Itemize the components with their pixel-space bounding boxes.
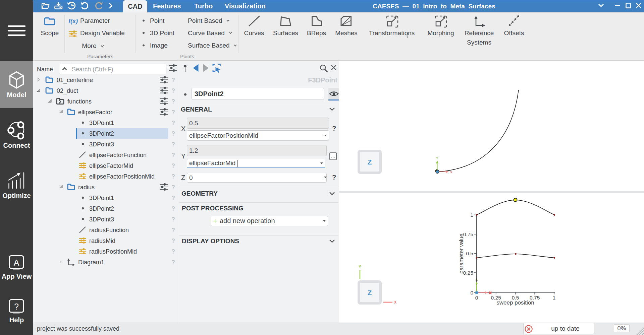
svg-text:Curves: Curves (244, 29, 264, 37)
svg-text:?: ? (171, 238, 175, 244)
svg-text:Parameters: Parameters (87, 54, 113, 59)
svg-text:0.75: 0.75 (463, 231, 473, 237)
svg-text:Y: Y (436, 156, 438, 160)
svg-text:Offsets: Offsets (504, 29, 524, 37)
svg-text:Image: Image (150, 42, 168, 49)
svg-text:Curve Based: Curve Based (188, 29, 225, 37)
svg-text:radiusFunction: radiusFunction (89, 227, 129, 233)
svg-text:radius: radius (78, 184, 95, 191)
svg-text:Point: Point (150, 17, 165, 24)
svg-text:f(x): f(x) (68, 18, 78, 24)
svg-text:More: More (82, 42, 96, 49)
svg-text:Parameter: Parameter (80, 17, 110, 24)
svg-text:3DPoint2: 3DPoint2 (89, 130, 114, 137)
svg-text:Model: Model (7, 91, 26, 98)
svg-text:?: ? (171, 152, 175, 158)
svg-text:radiusPositionMid: radiusPositionMid (89, 248, 137, 255)
svg-text:?: ? (171, 87, 175, 94)
svg-text:?: ? (171, 98, 175, 105)
svg-text:3DPoint3: 3DPoint3 (89, 216, 114, 223)
svg-text:?: ? (171, 141, 175, 148)
svg-text:X: X (450, 170, 452, 174)
svg-text:Points: Points (180, 54, 194, 59)
svg-text:0: 0 (470, 290, 473, 295)
svg-text:?: ? (171, 120, 175, 126)
svg-text:3DPoint1: 3DPoint1 (89, 120, 114, 126)
svg-text:Meshes: Meshes (335, 29, 358, 37)
svg-text:01_centerline: 01_centerline (57, 77, 93, 84)
svg-text:3DPoint3: 3DPoint3 (89, 141, 114, 148)
svg-text:functions: functions (67, 98, 92, 105)
svg-text:App View: App View (2, 273, 32, 280)
svg-text:3DPoint2: 3DPoint2 (89, 205, 114, 212)
svg-text:?: ? (171, 227, 175, 233)
svg-text:Name: Name (37, 66, 53, 73)
svg-text:Optimize: Optimize (2, 192, 31, 199)
svg-text:Scope: Scope (41, 29, 59, 37)
svg-text:ellipseFactorFunction: ellipseFactorFunction (89, 152, 147, 158)
svg-text:BReps: BReps (307, 29, 326, 37)
svg-text:Surface Based: Surface Based (188, 42, 230, 49)
svg-text:1: 1 (553, 295, 556, 300)
svg-text:X: X (394, 300, 396, 304)
svg-text:?: ? (171, 109, 175, 116)
svg-text:radiusMid: radiusMid (89, 238, 115, 244)
svg-text:?: ? (171, 184, 175, 191)
svg-text:?: ? (171, 130, 175, 137)
svg-text:02_duct: 02_duct (57, 87, 78, 94)
svg-text:Morphing: Morphing (427, 29, 454, 37)
svg-text:Connect: Connect (3, 142, 30, 149)
svg-text:?: ? (171, 77, 175, 83)
svg-text:3D Point: 3D Point (150, 29, 175, 37)
svg-text:?: ? (171, 195, 175, 201)
svg-text:?: ? (171, 205, 175, 212)
svg-text:Y: Y (359, 265, 361, 269)
svg-text:Search (Ctrl+F): Search (Ctrl+F) (72, 66, 113, 73)
svg-text:?: ? (171, 248, 175, 255)
svg-text:Reference: Reference (465, 29, 494, 37)
svg-text:parameter value: parameter value (458, 233, 464, 273)
svg-text:0.25: 0.25 (463, 270, 473, 276)
svg-text:Systems: Systems (467, 39, 491, 46)
svg-text:Help: Help (9, 316, 24, 324)
svg-text:F3DPoint: F3DPoint (308, 76, 337, 84)
svg-text:ellipseFactor: ellipseFactor (78, 109, 112, 116)
svg-text:0.5: 0.5 (466, 251, 473, 256)
svg-text:Transformations: Transformations (369, 29, 415, 37)
svg-text:?: ? (171, 216, 175, 223)
svg-text:Surfaces: Surfaces (273, 29, 298, 37)
svg-text:?: ? (14, 302, 19, 311)
svg-text:?: ? (171, 173, 175, 180)
svg-text:Design Variable: Design Variable (80, 29, 125, 37)
svg-text:1: 1 (470, 212, 473, 218)
svg-text:?: ? (171, 259, 175, 266)
svg-text:sweep position: sweep position (496, 299, 534, 306)
svg-text:3DPoint1: 3DPoint1 (89, 195, 114, 201)
svg-text:Diagram1: Diagram1 (78, 259, 104, 266)
svg-text:Point Based: Point Based (188, 17, 222, 24)
svg-text:A: A (14, 258, 19, 267)
svg-text:ellipseFactorMid: ellipseFactorMid (89, 162, 133, 169)
svg-text:0: 0 (475, 295, 478, 300)
svg-text:ellipseFactorPositionMid: ellipseFactorPositionMid (89, 173, 155, 180)
svg-text:?: ? (171, 162, 175, 169)
